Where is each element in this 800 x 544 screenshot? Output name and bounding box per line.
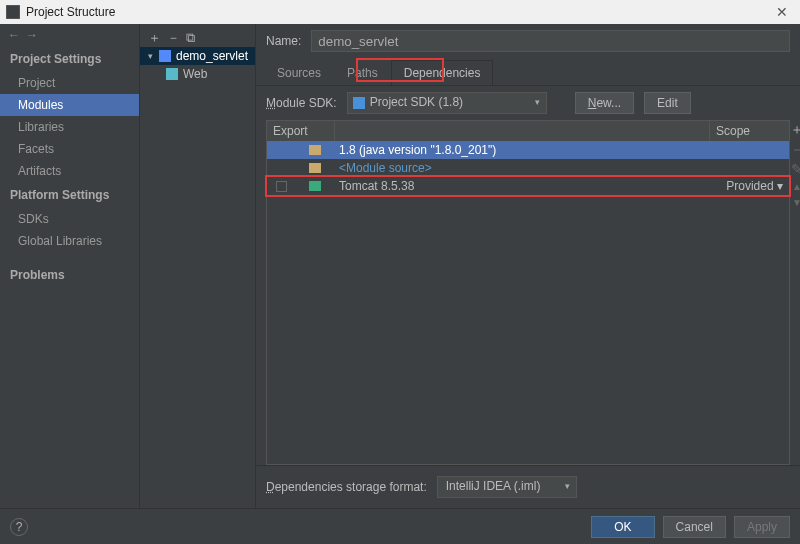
- folder-icon: [309, 145, 321, 155]
- section-platform-settings: Platform Settings: [0, 182, 139, 208]
- apply-button[interactable]: Apply: [734, 516, 790, 538]
- name-label: Name:: [266, 34, 301, 48]
- section-project-settings: Project Settings: [0, 46, 139, 72]
- sdk-new-button[interactable]: New...: [575, 92, 634, 114]
- dependencies-table: Export Scope 1.8 (java version "1.8.0_20…: [266, 120, 790, 465]
- export-checkbox[interactable]: [276, 181, 287, 192]
- sidebar-item-facets[interactable]: Facets: [0, 138, 139, 160]
- nav-back-icon[interactable]: ←: [8, 28, 20, 42]
- module-name-input[interactable]: [311, 30, 790, 52]
- facet-label: Web: [183, 67, 207, 81]
- caret-down-icon[interactable]: ▾: [146, 51, 154, 61]
- dependency-label: Tomcat 8.5.38: [335, 179, 709, 193]
- chevron-down-icon: ▾: [565, 481, 570, 491]
- main-panel: Name: Sources Paths Dependencies Module …: [256, 24, 800, 508]
- add-dependency-icon[interactable]: ＋: [790, 122, 800, 136]
- folder-icon: [309, 163, 321, 173]
- sidebar-item-artifacts[interactable]: Artifacts: [0, 160, 139, 182]
- tab-sources[interactable]: Sources: [264, 60, 334, 85]
- sdk-icon: [353, 97, 365, 109]
- move-down-icon[interactable]: ▼: [792, 198, 800, 208]
- dependency-row-tomcat[interactable]: Tomcat 8.5.38 Provided ▾: [267, 177, 789, 195]
- header-scope[interactable]: Scope: [709, 121, 789, 141]
- sdk-label: Module SDK:: [266, 96, 337, 110]
- nav-forward-icon[interactable]: →: [26, 28, 38, 42]
- module-node-demo-servlet[interactable]: ▾ demo_servlet: [140, 47, 255, 65]
- dependency-label: 1.8 (java version "1.8.0_201"): [335, 143, 709, 157]
- storage-format-label: Dependencies storage format:: [266, 480, 427, 494]
- storage-value: IntelliJ IDEA (.iml): [446, 479, 541, 493]
- tab-paths[interactable]: Paths: [334, 60, 391, 85]
- web-facet-icon: [166, 68, 178, 80]
- sdk-value: Project SDK (1.8): [370, 95, 463, 109]
- dependency-label: <Module source>: [335, 161, 709, 175]
- module-tabs: Sources Paths Dependencies: [256, 58, 800, 86]
- sidebar-item-global-libraries[interactable]: Global Libraries: [0, 230, 139, 252]
- sidebar-item-libraries[interactable]: Libraries: [0, 116, 139, 138]
- sidebar-item-sdks[interactable]: SDKs: [0, 208, 139, 230]
- module-label: demo_servlet: [176, 49, 248, 63]
- sidebar-item-project[interactable]: Project: [0, 72, 139, 94]
- cancel-button[interactable]: Cancel: [663, 516, 726, 538]
- dependency-row-module-source[interactable]: <Module source>: [267, 159, 789, 177]
- module-tree: ＋ － ⧉ ▾ demo_servlet Web: [140, 24, 256, 508]
- module-icon: [159, 50, 171, 62]
- sidebar-item-problems[interactable]: Problems: [0, 262, 139, 288]
- dependency-row-jdk[interactable]: 1.8 (java version "1.8.0_201"): [267, 141, 789, 159]
- help-button[interactable]: ?: [10, 518, 28, 536]
- facet-node-web[interactable]: Web: [140, 65, 255, 83]
- dialog-footer: ? OK Cancel Apply: [0, 508, 800, 544]
- sidebar-item-modules[interactable]: Modules: [0, 94, 139, 116]
- window-titlebar: Project Structure ✕: [0, 0, 800, 24]
- tab-dependencies[interactable]: Dependencies: [391, 60, 494, 85]
- move-up-icon[interactable]: ▲: [792, 182, 800, 192]
- app-icon: [6, 5, 20, 19]
- module-sdk-select[interactable]: Project SDK (1.8) ▾: [347, 92, 547, 114]
- window-title: Project Structure: [26, 5, 770, 19]
- header-export[interactable]: Export: [267, 121, 335, 141]
- chevron-down-icon: ▾: [535, 97, 540, 107]
- ok-button[interactable]: OK: [591, 516, 654, 538]
- dependencies-toolbar: ＋ － ✎ ▲ ▼: [790, 120, 800, 208]
- dependencies-header: Export Scope: [267, 121, 789, 141]
- sdk-edit-button[interactable]: Edit: [644, 92, 691, 114]
- scope-select[interactable]: Provided ▾: [709, 179, 789, 193]
- remove-dependency-icon[interactable]: －: [790, 142, 800, 156]
- settings-sidebar: ← → Project Settings Project Modules Lib…: [0, 24, 140, 508]
- chevron-down-icon: ▾: [777, 179, 783, 193]
- library-icon: [309, 181, 321, 191]
- edit-dependency-icon[interactable]: ✎: [791, 162, 800, 176]
- storage-format-select[interactable]: IntelliJ IDEA (.iml) ▾: [437, 476, 577, 498]
- close-icon[interactable]: ✕: [770, 4, 794, 20]
- add-module-icon[interactable]: ＋: [148, 31, 161, 44]
- remove-module-icon[interactable]: －: [167, 31, 180, 44]
- copy-module-icon[interactable]: ⧉: [186, 31, 195, 44]
